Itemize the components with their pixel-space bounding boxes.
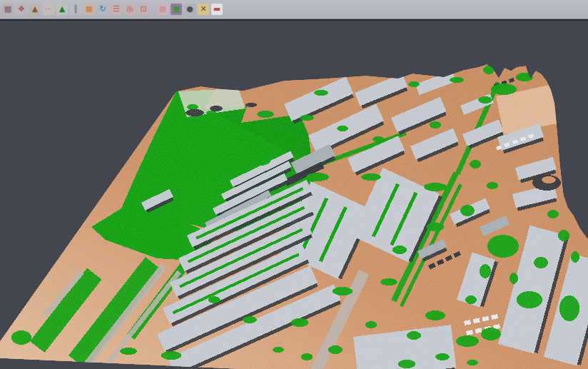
terrain-icon[interactable]: ▲ [29, 4, 41, 15]
toolbar-separator [149, 4, 155, 15]
point-sampling-icon[interactable]: ⋯ [43, 4, 54, 15]
toolbar: ▩❖▲⋯▲║■↻☰◎⊡▦▦●✕▬ [0, 0, 588, 19]
fit-frame-icon[interactable]: ⊡ [138, 4, 149, 15]
open-project-icon[interactable]: ▩ [2, 4, 14, 15]
globe-icon[interactable]: ↻ [97, 4, 108, 15]
snapshot-icon[interactable]: ● [184, 4, 196, 15]
vegetation-hill-icon[interactable]: ▲ [56, 4, 68, 15]
raster-disabled-icon[interactable]: ▦ [157, 4, 168, 15]
contour-lines-icon[interactable]: ☰ [111, 4, 122, 15]
registration-icon[interactable]: ❖ [16, 4, 27, 15]
clear-points-icon[interactable]: ✕ [198, 4, 209, 15]
classification-icon[interactable]: ▦ [171, 4, 182, 15]
circle-tool-icon[interactable]: ◎ [124, 4, 136, 15]
point-cloud-scene [0, 0, 588, 369]
application-window: ▩❖▲⋯▲║■↻☰◎⊡▦▦●✕▬ [0, 0, 588, 369]
section-icon[interactable]: ║ [70, 4, 81, 15]
dem-icon[interactable]: ■ [83, 4, 95, 15]
delete-row-icon[interactable]: ▬ [211, 4, 223, 15]
3d-viewport[interactable] [0, 0, 588, 369]
